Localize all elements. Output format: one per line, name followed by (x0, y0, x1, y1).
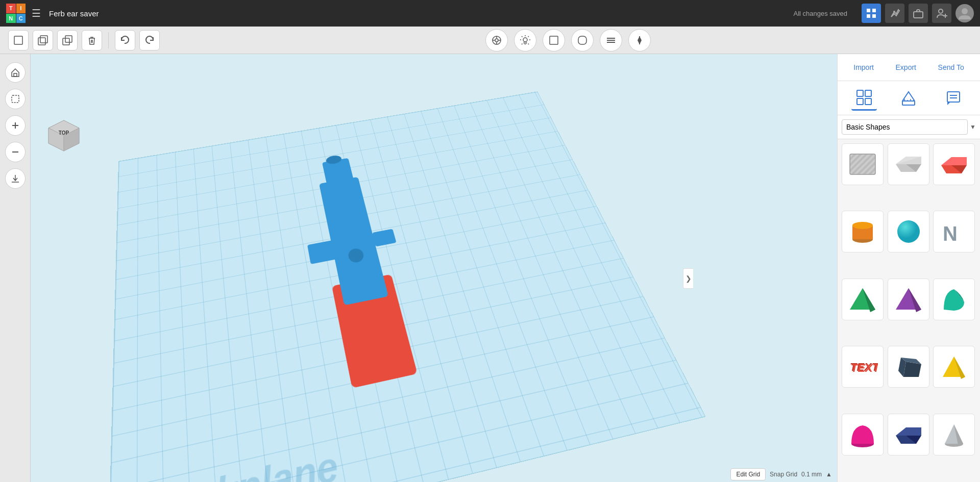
svg-rect-13 (63, 38, 69, 45)
navy-box-shape[interactable] (888, 414, 929, 455)
zoom-out-button[interactable] (5, 142, 26, 162)
svg-rect-31 (12, 95, 19, 103)
topbar: T I N C ☰ Ferb ear saver All changes sav… (0, 0, 980, 27)
svg-rect-12 (40, 36, 47, 43)
gray-cone-shape[interactable] (933, 414, 975, 455)
align-h-button[interactable] (600, 29, 622, 52)
light-tool-button[interactable] (514, 29, 536, 52)
box-tool-button[interactable] (543, 29, 565, 52)
shapes-dropdown[interactable]: Basic Shapes (842, 119, 968, 135)
svg-rect-52 (865, 98, 871, 105)
right-panel: Import Export Send To (837, 54, 980, 482)
copy-new-button[interactable] (33, 30, 53, 50)
magenta-dome-shape[interactable] (842, 414, 884, 455)
project-title[interactable]: Ferb ear saver (49, 9, 787, 18)
svg-point-9 (962, 8, 968, 14)
logo-c: C (16, 14, 26, 23)
avatar[interactable] (955, 4, 974, 22)
edit-grid-button[interactable]: Edit Grid (730, 468, 766, 480)
pick-tool-button[interactable] (885, 4, 904, 23)
svg-rect-51 (857, 98, 863, 105)
toolbar-center (164, 29, 972, 52)
svg-marker-72 (941, 157, 967, 165)
copy-button[interactable] (57, 30, 78, 50)
redo-button[interactable] (139, 30, 160, 50)
menu-icon[interactable]: ☰ (32, 7, 41, 19)
view-cube[interactable]: TOP (41, 110, 87, 156)
shapes-grid: N (838, 139, 980, 482)
logo-i: I (16, 4, 26, 13)
main-area: TOP Workplane (0, 54, 980, 482)
yellow-pyramid-shape[interactable] (933, 346, 975, 388)
gray-box-shape[interactable] (888, 143, 929, 185)
svg-rect-44 (372, 229, 397, 247)
svg-point-4 (893, 11, 895, 13)
delete-button[interactable] (82, 30, 102, 50)
svg-marker-59 (947, 102, 950, 105)
green-pyramid-shape[interactable] (842, 278, 884, 320)
save-status: All changes saved (793, 10, 847, 17)
svg-rect-10 (14, 36, 22, 44)
teal-half-shape[interactable] (933, 278, 975, 320)
collapse-panel-button[interactable]: ❯ (683, 268, 693, 289)
ruler-panel-icon[interactable] (896, 85, 921, 111)
svg-rect-58 (947, 92, 960, 102)
svg-rect-5 (914, 12, 923, 18)
text-n-shape[interactable]: N (933, 211, 975, 252)
svg-text:TEXT: TEXT (851, 362, 878, 374)
notes-panel-icon[interactable] (941, 85, 966, 111)
import-button[interactable]: Import (845, 59, 882, 75)
text-3d-shape[interactable]: TEXT TEXT (842, 346, 884, 388)
hole-box-shape[interactable] (842, 143, 884, 185)
right-top-actions: Import Export Send To (838, 54, 980, 81)
select-button[interactable] (5, 89, 26, 109)
svg-rect-30 (14, 73, 17, 77)
toolbar-separator-1 (108, 32, 109, 48)
briefcase-button[interactable] (909, 4, 928, 23)
add-user-button[interactable] (932, 4, 951, 23)
snap-grid-arrow[interactable]: ▲ (826, 471, 832, 478)
svg-rect-49 (857, 90, 863, 96)
left-panel (0, 54, 31, 482)
download-button[interactable] (5, 168, 26, 189)
svg-point-75 (852, 222, 873, 229)
snap-grid-bar: Edit Grid Snap Grid 0.1 mm ▲ (730, 467, 832, 482)
home-button[interactable] (5, 62, 26, 83)
round-tool-button[interactable] (571, 29, 594, 52)
red-box-shape[interactable] (933, 143, 975, 185)
align-v-button[interactable] (628, 29, 651, 52)
shapes-selector: Basic Shapes ▼ (838, 115, 980, 139)
purple-pyramid-shape[interactable] (888, 278, 929, 320)
zoom-in-button[interactable] (5, 115, 26, 136)
svg-point-21 (523, 38, 527, 42)
toolbar (0, 27, 980, 54)
viewport[interactable]: TOP Workplane (31, 54, 837, 482)
sphere-shape[interactable] (888, 211, 929, 252)
svg-rect-14 (65, 36, 72, 42)
cylinder-shape[interactable] (842, 211, 884, 252)
grid-view-button[interactable] (862, 4, 881, 23)
svg-marker-84 (903, 362, 921, 377)
svg-rect-62 (850, 154, 875, 174)
svg-rect-50 (865, 90, 871, 96)
svg-point-76 (897, 220, 920, 243)
svg-rect-11 (38, 38, 45, 45)
svg-point-16 (495, 39, 498, 42)
svg-rect-53 (902, 101, 915, 105)
tinkercad-logo[interactable]: T I N C (6, 4, 26, 23)
send-to-button[interactable]: Send To (930, 59, 972, 75)
undo-button[interactable] (115, 30, 135, 50)
shapes-panel-icon[interactable] (851, 85, 877, 111)
export-button[interactable]: Export (888, 59, 924, 75)
workplane[interactable]: Workplane (108, 91, 706, 482)
svg-marker-29 (638, 40, 642, 44)
dark-prism-shape[interactable] (888, 346, 929, 388)
logo-t: T (6, 4, 16, 13)
svg-point-6 (939, 9, 943, 13)
svg-rect-23 (578, 36, 586, 44)
svg-rect-2 (867, 14, 870, 18)
snap-grid-label: Snap Grid (770, 471, 797, 478)
right-icons-row (838, 81, 980, 115)
camera-tool-button[interactable] (485, 29, 508, 52)
new-design-button[interactable] (8, 30, 29, 50)
